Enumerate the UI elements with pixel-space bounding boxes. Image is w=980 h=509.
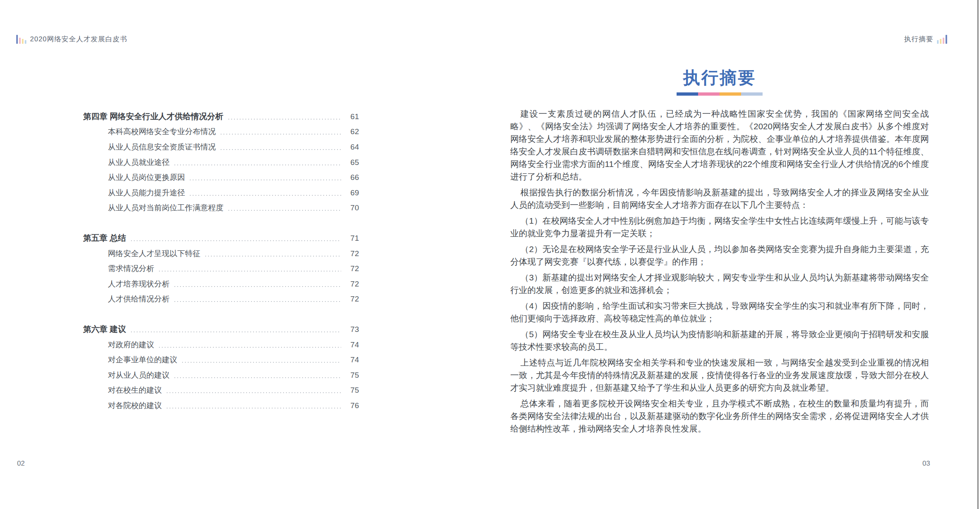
toc-entry-page: 76 bbox=[345, 401, 359, 410]
bar-chart-icon bbox=[937, 34, 947, 44]
toc-entry[interactable]: 对在校生的建议 75 bbox=[83, 383, 359, 398]
toc-entry-page: 64 bbox=[345, 143, 359, 152]
toc-entry-page: 65 bbox=[345, 158, 359, 167]
toc-entry-page: 72 bbox=[345, 249, 359, 258]
toc-entry-page: 66 bbox=[345, 173, 359, 182]
toc-entry[interactable]: 本科高校网络安全专业分布情况 62 bbox=[83, 124, 359, 140]
toc-entry-page: 74 bbox=[345, 340, 359, 349]
dotted-leader bbox=[174, 377, 341, 378]
summary-paragraph: 根据报告执行的数据分析情况，今年因疫情影响及新基建的提出，导致网络安全人才的择业… bbox=[510, 186, 929, 211]
toc-entry-page: 72 bbox=[345, 295, 359, 304]
toc-entry-page: 69 bbox=[345, 188, 359, 197]
toc-entry-label: 本科高校网络安全专业分布情况 bbox=[108, 126, 216, 137]
summary-paragraph: 上述特点与近几年院校网络安全相关学科和专业的快速发展相一致，与网络安全越发受到企… bbox=[510, 356, 929, 394]
toc-entry-page: 75 bbox=[345, 386, 359, 395]
dotted-leader bbox=[221, 149, 341, 150]
toc-entry-label: 第六章 建议 bbox=[83, 324, 126, 335]
toc-entry-label: 对从业人员的建议 bbox=[108, 370, 170, 381]
toc-entry-label: 从业人员对当前岗位工作满意程度 bbox=[108, 203, 224, 213]
summary-paragraph: （2）无论是在校网络安全学子还是行业从业人员，均以参加各类网络安全竞赛为提升自身… bbox=[510, 243, 929, 268]
toc-entry-label: 对在校生的建议 bbox=[108, 385, 162, 396]
dotted-leader bbox=[221, 134, 341, 135]
toc-entry-label: 从业人员信息安全资质证书情况 bbox=[108, 142, 216, 152]
title-underline-decoration bbox=[677, 92, 763, 96]
toc-entry-label: 对各院校的建议 bbox=[108, 400, 162, 411]
toc-entry[interactable]: 第五章 总结 71 bbox=[83, 231, 359, 246]
dotted-leader bbox=[159, 271, 341, 272]
toc-entry-page: 71 bbox=[345, 234, 359, 243]
document-spread: 2020网络安全人才发展白皮书 执行摘要 第四章 网络安全行业人才供给情况分析 … bbox=[0, 0, 980, 509]
left-page-number: 02 bbox=[17, 460, 25, 468]
toc-section-chapter6: 第六章 建议 73 对政府的建议 74 对企事业单位的建议 74 对从业人员的建… bbox=[83, 322, 359, 413]
toc-entry[interactable]: 需求情况分析 72 bbox=[83, 261, 359, 276]
toc-entry[interactable]: 从业人员能力提升途径 69 bbox=[83, 185, 359, 201]
dotted-leader bbox=[190, 195, 341, 196]
toc-entry-label: 网络安全人才呈现以下特征 bbox=[108, 248, 200, 259]
toc-section-chapter4: 第四章 网络安全行业人才供给情况分析 61 本科高校网络安全专业分布情况 62 … bbox=[83, 109, 359, 216]
toc-entry-page: 72 bbox=[345, 280, 359, 289]
toc-entry-page: 61 bbox=[345, 112, 359, 121]
table-of-contents: 第四章 网络安全行业人才供给情况分析 61 本科高校网络安全专业分布情况 62 … bbox=[83, 109, 359, 413]
summary-paragraph: 建设一支素质过硬的网信人才队伍，已经成为一种战略性国家安全优势，我国的《国家网络… bbox=[510, 107, 929, 183]
toc-entry[interactable]: 从业人员岗位更换原因 66 bbox=[83, 170, 359, 185]
dotted-leader bbox=[182, 362, 341, 363]
summary-paragraph: （4）因疫情的影响，给学生面试和实习带来巨大挑战，导致网络安全学生的实习和就业率… bbox=[510, 299, 929, 325]
dotted-leader bbox=[228, 210, 341, 211]
dotted-leader bbox=[131, 240, 341, 241]
toc-entry-label: 从业人员岗位更换原因 bbox=[108, 172, 185, 183]
toc-entry[interactable]: 网络安全人才呈现以下特征 72 bbox=[83, 246, 359, 261]
toc-entry[interactable]: 对企事业单位的建议 74 bbox=[83, 352, 359, 368]
toc-entry[interactable]: 从业人员对当前岗位工作满意程度 70 bbox=[83, 201, 359, 216]
dotted-leader bbox=[174, 286, 341, 287]
page-title: 执行摘要 bbox=[510, 67, 929, 88]
toc-entry-label: 从业人员就业途径 bbox=[108, 157, 170, 168]
dotted-leader bbox=[167, 392, 341, 393]
summary-paragraph: 总体来看，随着更多院校开设网络安全相关专业，且办学模式不断成熟，在校生的数量和质… bbox=[510, 397, 929, 435]
toc-entry-page: 62 bbox=[345, 127, 359, 136]
left-running-header: 2020网络安全人才发展白皮书 bbox=[16, 34, 127, 44]
dotted-leader bbox=[131, 331, 341, 332]
dotted-leader bbox=[174, 165, 341, 165]
toc-entry[interactable]: 人才供给情况分析 72 bbox=[83, 292, 359, 307]
toc-entry[interactable]: 对政府的建议 74 bbox=[83, 337, 359, 353]
executive-summary-section: 执行摘要 建设一支素质过硬的网信人才队伍，已经成为一种战略性国家安全优势，我国的… bbox=[510, 67, 929, 435]
dotted-leader bbox=[159, 347, 341, 348]
dotted-leader bbox=[205, 256, 341, 257]
left-header-title: 2020网络安全人才发展白皮书 bbox=[30, 34, 127, 44]
dotted-leader bbox=[174, 301, 341, 302]
summary-paragraph: （1）在校网络安全人才中性别比例愈加趋于均衡，网络安全学生中女性占比连续两年缓慢… bbox=[510, 214, 929, 240]
toc-entry[interactable]: 第六章 建议 73 bbox=[83, 322, 359, 337]
dotted-leader bbox=[190, 180, 341, 180]
toc-entry[interactable]: 从业人员信息安全资质证书情况 64 bbox=[83, 139, 359, 155]
toc-entry-label: 从业人员能力提升途径 bbox=[108, 188, 185, 198]
window-edge-divider bbox=[978, 0, 978, 509]
toc-entry[interactable]: 对从业人员的建议 75 bbox=[83, 368, 359, 383]
right-page-number: 03 bbox=[922, 460, 930, 468]
toc-entry-label: 需求情况分析 bbox=[108, 263, 154, 274]
toc-entry-page: 72 bbox=[345, 264, 359, 273]
toc-entry-page: 73 bbox=[345, 325, 359, 334]
bar-chart-icon bbox=[16, 34, 26, 44]
right-header-title: 执行摘要 bbox=[904, 34, 933, 44]
toc-entry-page: 74 bbox=[345, 355, 359, 364]
toc-entry-label: 人才供给情况分析 bbox=[108, 294, 170, 304]
right-running-header: 执行摘要 bbox=[904, 34, 947, 44]
summary-body: 建设一支素质过硬的网信人才队伍，已经成为一种战略性国家安全优势，我国的《国家网络… bbox=[510, 107, 929, 435]
toc-entry-page: 70 bbox=[345, 203, 359, 212]
toc-entry[interactable]: 人才培养现状分析 72 bbox=[83, 276, 359, 292]
dotted-leader bbox=[228, 119, 341, 120]
toc-section-chapter5: 第五章 总结 71 网络安全人才呈现以下特征 72 需求情况分析 72 人才培养… bbox=[83, 231, 359, 307]
toc-entry-label: 人才培养现状分析 bbox=[108, 279, 170, 289]
toc-entry-page: 75 bbox=[345, 371, 359, 380]
toc-entry-label: 第五章 总结 bbox=[83, 233, 126, 244]
summary-paragraph: （3）新基建的提出对网络安全人才择业观影响较大，网安专业学生和从业人员均认为新基… bbox=[510, 271, 929, 296]
toc-entry-label: 对企事业单位的建议 bbox=[108, 355, 177, 365]
dotted-leader bbox=[167, 408, 341, 408]
toc-entry-label: 第四章 网络安全行业人才供给情况分析 bbox=[83, 111, 224, 122]
toc-entry-label: 对政府的建议 bbox=[108, 340, 154, 350]
summary-paragraph: （5）网络安全专业在校生及从业人员均认为疫情影响和新基建的开展，将导致企业更倾向… bbox=[510, 328, 929, 353]
toc-entry[interactable]: 对各院校的建议 76 bbox=[83, 398, 359, 413]
toc-entry[interactable]: 第四章 网络安全行业人才供给情况分析 61 bbox=[83, 109, 359, 124]
toc-entry[interactable]: 从业人员就业途径 65 bbox=[83, 155, 359, 170]
